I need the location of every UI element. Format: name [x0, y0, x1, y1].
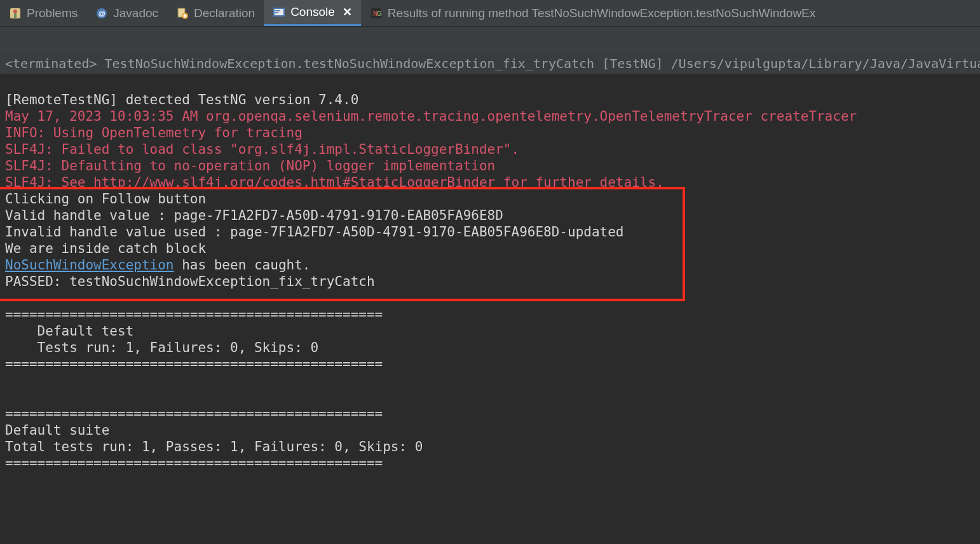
tab-results[interactable]: N G Results of running method TestNoSuch… [361, 0, 824, 26]
console-line-stderr: SLF4J: Failed to load class "org.slf4j.i… [5, 142, 519, 157]
console-line: We are inside catch block [5, 241, 206, 256]
console-line-stderr: May 17, 2023 10:03:35 AM org.openqa.sele… [5, 109, 857, 124]
console-line: Tests run: 1, Failures: 0, Skips: 0 [5, 340, 318, 355]
svg-rect-2 [14, 13, 17, 18]
tab-problems-label: Problems [27, 6, 78, 20]
javadoc-icon: @ [95, 7, 108, 20]
console-line: Valid handle value : page-7F1A2FD7-A50D-… [5, 208, 503, 223]
console-output[interactable]: [RemoteTestNG] detected TestNG version 7… [0, 74, 980, 489]
console-line-stderr: SLF4J: See http://www.slf4j.org/codes.ht… [5, 175, 664, 190]
tab-declaration[interactable]: Declaration [167, 0, 264, 26]
svg-rect-9 [275, 10, 280, 11]
console-line: Clicking on Follow button [5, 191, 206, 207]
console-line: ========================================… [5, 307, 383, 322]
console-line: ========================================… [5, 456, 383, 471]
console-line: Invalid handle value used : page-7F1A2FD… [5, 224, 624, 240]
svg-text:@: @ [99, 10, 105, 17]
tab-declaration-label: Declaration [194, 6, 255, 20]
exception-link[interactable]: NoSuchWindowException [5, 257, 174, 273]
view-tab-bar: Problems @ Javadoc Declaration [0, 0, 980, 27]
tab-problems[interactable]: Problems [0, 0, 86, 26]
console-line: has been caught. [174, 257, 311, 273]
console-toolbar [0, 27, 980, 53]
close-icon[interactable]: ✕ [343, 5, 352, 19]
testng-icon: N G [370, 7, 383, 20]
terminated-status: <terminated> TestNoSuchWindowException.t… [0, 53, 980, 74]
console-line: PASSED: testNoSuchWindowException_fix_tr… [5, 274, 375, 289]
tab-javadoc-label: Javadoc [113, 6, 158, 20]
svg-text:G: G [377, 10, 382, 17]
console-line-stderr: INFO: Using OpenTelemetry for tracing [5, 125, 303, 140]
problems-icon [9, 7, 22, 20]
console-line-stderr: SLF4J: Defaulting to no-operation (NOP) … [5, 158, 495, 173]
console-line: Total tests run: 1, Passes: 1, Failures:… [5, 439, 423, 454]
svg-point-1 [13, 10, 17, 13]
console-icon [273, 6, 285, 18]
console-line: Default test [5, 323, 133, 339]
console-line: ========================================… [5, 357, 383, 372]
tab-console[interactable]: Console ✕ [264, 0, 361, 26]
tab-results-label: Results of running method TestNoSuchWind… [388, 6, 815, 20]
console-line: [RemoteTestNG] detected TestNG version 7… [5, 92, 358, 107]
console-line: Default suite [5, 423, 109, 438]
tab-javadoc[interactable]: @ Javadoc [86, 0, 167, 26]
declaration-icon [176, 7, 189, 20]
console-line: ========================================… [5, 406, 383, 421]
tab-console-label: Console [290, 5, 335, 19]
svg-rect-10 [275, 12, 278, 13]
